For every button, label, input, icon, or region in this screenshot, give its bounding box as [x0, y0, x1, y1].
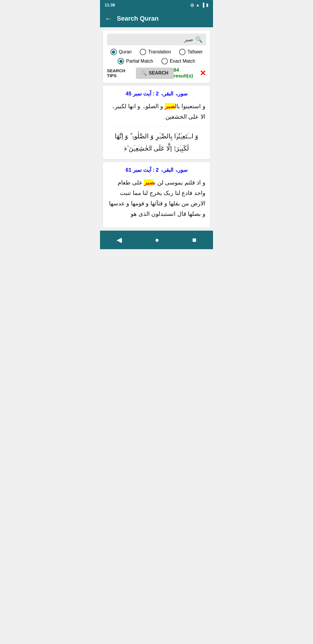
radio-exact-match[interactable]: Exact Match [161, 58, 195, 64]
search-button-icon: 🔍 [141, 70, 147, 76]
status-time: 11:38 [105, 3, 115, 7]
nav-recents-button[interactable]: ■ [186, 234, 202, 246]
radio-quran-circle [110, 49, 117, 55]
radio-translation-label: Translation [148, 49, 171, 55]
search-button[interactable]: 🔍 SEARCH [136, 68, 174, 79]
radio-tafseer-circle [179, 49, 185, 55]
nav-home-button[interactable]: ● [149, 234, 165, 246]
at-icon: ◎ [190, 3, 194, 7]
radio-partial-match[interactable]: Partial Match [118, 58, 153, 64]
verse-urdu-2: و اذ قلتم یموسی لن نصبر علی طعام واحد فا… [108, 177, 205, 219]
back-button[interactable]: ← [105, 14, 112, 23]
nav-back-button[interactable]: ◀ [111, 234, 128, 246]
verse-ref-1: سورۃ البقرۃ 2 : آیت نمبر 45 [108, 91, 205, 97]
radio-quran[interactable]: Quran [110, 49, 132, 55]
urdu-highlight-2: صبر [144, 179, 154, 186]
verse-arabic-1: وَ اسۡتَعِیۡنُوۡا بِالصَّبۡرِ وَ الصَّلٰ… [108, 126, 205, 155]
radio-partial-circle [118, 58, 124, 64]
match-radio-group: Partial Match Exact Match [107, 58, 206, 64]
search-panel: صبر 🔍 Quran Translation Tafseer Partial … [103, 30, 210, 83]
radio-translation-circle [140, 49, 146, 55]
radio-exact-circle [161, 58, 168, 64]
source-radio-group: Quran Translation Tafseer [107, 49, 206, 55]
signal-icon: ▐ [201, 3, 204, 7]
urdu-text-before-2: و اذ قلتم یموسی لن ن [154, 179, 205, 186]
clear-button[interactable]: ✕ [200, 69, 206, 77]
radio-quran-label: Quran [119, 49, 132, 55]
urdu-text-before-1: و استعینوا بال [175, 103, 205, 109]
bottom-nav: ◀ ● ■ [100, 231, 213, 249]
radio-tafseer-label: Tafseer [188, 49, 203, 55]
battery-icon: ▮ [206, 3, 208, 7]
search-button-label: SEARCH [149, 70, 168, 76]
status-bar: 11:38 ◎ ▲ ▐ ▮ [100, 0, 213, 10]
search-actions-row: SEARCH TIPS 🔍 SEARCH 84 result(s) ✕ [107, 67, 206, 79]
status-icons: ◎ ▲ ▐ ▮ [190, 3, 208, 7]
radio-translation[interactable]: Translation [140, 49, 171, 55]
app-bar: ← Search Quran [100, 10, 213, 27]
wifi-icon: ▲ [196, 3, 200, 7]
verse-ref-2: سورۃ البقرۃ 2 : آیت نمبر 61 [108, 167, 205, 173]
radio-partial-label: Partial Match [126, 59, 153, 64]
search-input-container[interactable]: صبر 🔍 [107, 34, 206, 45]
radio-exact-label: Exact Match [170, 59, 195, 64]
search-magnifier-icon: 🔍 [195, 36, 203, 43]
search-tips-label[interactable]: SEARCH TIPS [107, 68, 136, 78]
urdu-highlight-1: صبر [165, 103, 175, 109]
search-input-value: صبر [110, 36, 193, 43]
app-title: Search Quran [117, 15, 159, 22]
result-card-1: سورۃ البقرۃ 2 : آیت نمبر 45 و استعینوا ب… [103, 86, 210, 159]
results-count: 84 result(s) [174, 67, 200, 79]
verse-urdu-1: و استعینوا بالصبر و الصلوۃ و انھا لکبیرۃ… [108, 101, 205, 122]
radio-tafseer[interactable]: Tafseer [179, 49, 203, 55]
result-card-2: سورۃ البقرۃ 2 : آیت نمبر 61 و اذ قلتم یم… [103, 162, 210, 228]
